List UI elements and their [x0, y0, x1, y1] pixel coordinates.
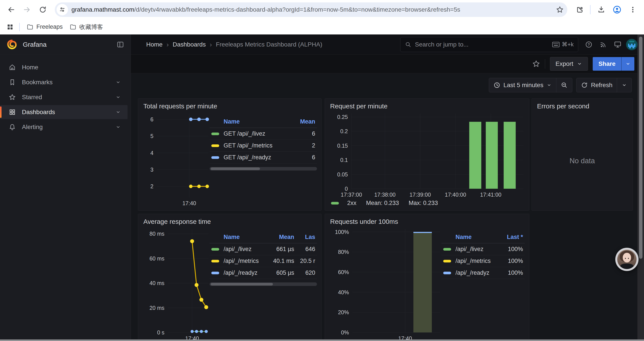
bookmark-folder-freeleaps[interactable]: Freeleaps — [23, 22, 66, 32]
share-split-button: Share — [593, 57, 634, 71]
export-label: Export — [556, 60, 573, 67]
series-name[interactable]: /api/_/readyz — [456, 269, 497, 276]
sidebar-item-label: Dashboards — [22, 109, 55, 116]
search-input[interactable]: Search or jump to... ⌘+k — [400, 37, 578, 52]
news-rss-icon[interactable] — [597, 38, 609, 51]
zoom-out-button[interactable] — [556, 78, 572, 92]
download-icon[interactable] — [594, 3, 608, 17]
legend-table: Name Last * /api/_/livez 100% /api/_/met… — [442, 232, 525, 341]
site-settings-icon[interactable] — [56, 4, 68, 15]
panel-title[interactable]: Request per minute — [325, 99, 529, 111]
series-name[interactable]: /api/_/readyz — [224, 269, 268, 276]
chevron-down-icon[interactable] — [115, 80, 121, 85]
breadcrumb-home[interactable]: Home — [146, 41, 163, 48]
chevron-down-icon[interactable] — [115, 124, 121, 130]
chevron-down-icon — [625, 61, 631, 67]
svg-text:0 s: 0 s — [157, 329, 164, 335]
sidebar-item-alerting[interactable]: Alerting — [0, 120, 128, 134]
legend-row[interactable]: /api/_/metrics 100% — [442, 255, 525, 267]
extensions-icon[interactable] — [572, 3, 586, 17]
svg-text:60 ms: 60 ms — [150, 255, 164, 261]
avatar-image — [617, 250, 636, 269]
legend-row[interactable]: /api/_/readyz 100% — [442, 267, 525, 279]
series-name[interactable]: /api/_/metrics — [224, 258, 268, 264]
collapse-sidebar-icon[interactable] — [116, 41, 124, 48]
refresh-button[interactable]: Refresh — [576, 78, 617, 92]
legend-header: Name Last * — [442, 232, 525, 243]
back-icon[interactable] — [4, 3, 18, 17]
svg-text:17:40: 17:40 — [182, 200, 196, 206]
panel-title[interactable]: Total requests per minute — [138, 99, 321, 111]
legend-col-name[interactable]: Name — [224, 118, 289, 125]
legend-col-last[interactable]: Last * — [497, 234, 523, 240]
avatar-face — [623, 253, 631, 262]
chevron-down-icon[interactable] — [115, 109, 121, 115]
series-name[interactable]: /api/_/livez — [456, 246, 497, 253]
series-name[interactable]: /api/_/livez — [224, 246, 268, 253]
url-bar[interactable]: grafana.mathmast.com/d/deytv4rwavabkb/fr… — [55, 3, 567, 17]
menu-kebab-icon[interactable] — [626, 3, 640, 17]
favorite-star-icon[interactable] — [532, 60, 540, 68]
forward-icon[interactable] — [20, 3, 34, 17]
legend-col-name[interactable]: Name — [224, 234, 268, 240]
profile-icon[interactable] — [610, 3, 624, 17]
bookmark-folder-blogs[interactable]: 收藏博客 — [66, 21, 106, 33]
panel-title[interactable]: Errors per second — [532, 99, 632, 111]
svg-text:80%: 80% — [338, 249, 349, 255]
sidebar-item-starred[interactable]: Starred — [0, 90, 128, 104]
share-menu-button[interactable] — [621, 57, 634, 71]
assistant-avatar[interactable] — [615, 248, 638, 271]
header-icons: ? — [582, 38, 638, 51]
export-button[interactable]: Export — [550, 57, 588, 71]
series-name[interactable]: GET /api/_/readyz — [224, 154, 289, 161]
monitor-icon[interactable] — [612, 38, 624, 51]
legend-row[interactable]: /api/_/livez 661 µs 646 — [210, 243, 317, 255]
legend-scrollbar[interactable] — [210, 282, 317, 286]
user-avatar[interactable] — [626, 39, 638, 50]
series-name[interactable]: /api/_/metrics — [456, 258, 497, 264]
legend-row[interactable]: GET /api/_/readyz 6 — [210, 152, 317, 163]
page-scrollbar[interactable] — [638, 35, 644, 341]
legend-line[interactable]: 2xx Mean: 0.233 Max: 0.233 — [325, 199, 529, 210]
panel-title[interactable]: Requests under 100ms — [325, 214, 529, 227]
panel-title[interactable]: Average response time — [138, 214, 321, 227]
breadcrumb-dashboards[interactable]: Dashboards — [173, 41, 206, 48]
dashboard-canvas: Last 5 minutes Refresh — [131, 73, 644, 341]
brand-name[interactable]: Grafana — [23, 41, 46, 48]
reload-icon[interactable] — [36, 3, 50, 17]
toolbar-divider — [590, 5, 590, 14]
bookmark-star-icon[interactable] — [556, 6, 564, 14]
chevron-down-icon — [622, 82, 627, 88]
legend-col-name[interactable]: Name — [456, 234, 497, 240]
legend-row[interactable]: /api/_/readyz 605 µs 620 — [210, 267, 317, 279]
legend-row[interactable]: GET /api/_/metrics 2 — [210, 140, 317, 152]
legend-row[interactable]: /api/_/metrics 40.1 ms 20.5 r — [210, 255, 317, 267]
sidebar-item-dashboards[interactable]: Dashboards — [0, 105, 128, 119]
series-last: 620 — [294, 269, 315, 276]
share-button[interactable]: Share — [593, 57, 621, 71]
legend-row[interactable]: GET /api/_/livez 6 — [210, 128, 317, 140]
series-name[interactable]: 2xx — [347, 200, 356, 206]
legend-scrollbar[interactable] — [210, 167, 317, 171]
help-icon[interactable]: ? — [582, 38, 595, 51]
legend-row[interactable]: /api/_/livez 100% — [442, 243, 525, 255]
bar-chart: 100%80%60%40%20%0%17:40 — [329, 227, 442, 341]
sidebar-item-bookmarks[interactable]: Bookmarks — [0, 75, 128, 89]
svg-text:20%: 20% — [338, 309, 349, 315]
refresh-interval-button[interactable] — [617, 78, 632, 92]
legend-col-last[interactable]: Las — [294, 234, 315, 240]
grafana-logo[interactable] — [6, 39, 17, 50]
scrollbar-thumb[interactable] — [211, 283, 273, 285]
series-name[interactable]: GET /api/_/metrics — [224, 142, 289, 149]
chevron-down-icon[interactable] — [115, 94, 121, 100]
series-color-pill — [211, 260, 219, 262]
chevron-down-icon — [577, 61, 582, 67]
legend-col-mean[interactable]: Mean — [289, 118, 315, 125]
time-range-picker[interactable]: Last 5 minutes — [489, 78, 556, 92]
scrollbar-thumb[interactable] — [211, 167, 260, 170]
apps-grid-icon[interactable] — [4, 21, 16, 33]
legend-col-mean[interactable]: Mean — [268, 234, 294, 240]
series-name[interactable]: GET /api/_/livez — [224, 130, 289, 137]
scrollbar-thumb[interactable] — [639, 37, 642, 259]
sidebar-item-home[interactable]: Home — [0, 60, 128, 74]
